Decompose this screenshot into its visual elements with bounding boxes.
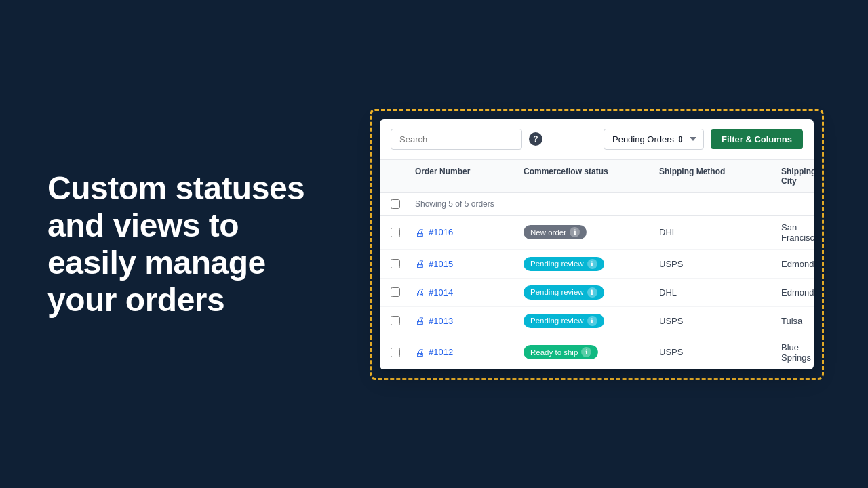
col-status: Commerceflow status (524, 167, 659, 186)
showing-text: Showing 5 of 5 orders (415, 199, 803, 209)
table-row: 🖨 #1012 Ready to ship ℹ USPS Blue Spring… (380, 336, 814, 369)
status-badge-1: Pending review ℹ (524, 257, 604, 271)
status-badge-2: Pending review ℹ (524, 285, 604, 300)
shipping-city-0: San Francisco (781, 222, 814, 243)
col-shipping-city: Shipping City (781, 167, 814, 186)
status-info-icon-0[interactable]: ℹ (570, 227, 580, 237)
status-cell-1: Pending review ℹ (524, 257, 659, 271)
left-panel: Custom statuses and views to easily mana… (0, 129, 353, 360)
right-panel: ? Pending Orders ⇕ Filter & Columns Orde… (353, 89, 868, 400)
pending-orders-select[interactable]: Pending Orders ⇕ (604, 129, 704, 150)
table-row: 🖨 #1016 New order ℹ DHL San Francisco (380, 216, 814, 250)
shipping-city-1: Edmond (781, 259, 814, 269)
hero-text: Custom statuses and views to easily mana… (47, 169, 312, 319)
table-row: 🖨 #1013 Pending review ℹ USPS Tulsa (380, 307, 814, 336)
status-info-icon-2[interactable]: ℹ (587, 287, 597, 298)
order-link-3[interactable]: 🖨 #1013 (415, 315, 524, 326)
shipping-method-3: USPS (659, 316, 781, 326)
toolbar: ? Pending Orders ⇕ Filter & Columns (380, 119, 814, 160)
order-id: #1015 (429, 259, 453, 269)
shipping-city-4: Blue Springs (781, 342, 811, 363)
order-id: #1012 (429, 347, 453, 357)
status-badge-3: Pending review ℹ (524, 314, 604, 328)
status-badge-4: Ready to ship ℹ (524, 345, 598, 359)
printer-icon: 🖨 (415, 227, 425, 238)
status-cell-3: Pending review ℹ (524, 314, 659, 328)
table-header: Order Number Commerceflow status Shippin… (380, 160, 814, 193)
status-cell-2: Pending review ℹ (524, 285, 659, 300)
filter-columns-button[interactable]: Filter & Columns (711, 129, 803, 149)
status-badge-0: New order ℹ (524, 225, 587, 239)
shipping-method-4: USPS (659, 347, 781, 357)
status-cell-0: New order ℹ (524, 225, 659, 239)
row-checkbox-4[interactable] (391, 348, 400, 357)
select-all-checkbox[interactable] (391, 199, 400, 209)
shipping-method-0: DHL (659, 227, 781, 237)
printer-icon: 🖨 (415, 287, 425, 298)
search-input[interactable] (391, 129, 522, 150)
status-cell-4: Ready to ship ℹ (524, 345, 659, 359)
status-info-icon-3[interactable]: ℹ (587, 316, 597, 326)
shipping-city-3: Tulsa (781, 316, 803, 326)
shipping-city-2: Edmond (781, 287, 814, 298)
printer-icon: 🖨 (415, 315, 425, 326)
table-row: 🖨 #1014 Pending review ℹ DHL Edmond (380, 279, 814, 307)
order-id: #1016 (429, 227, 453, 237)
order-id: #1013 (429, 316, 453, 326)
printer-icon: 🖨 (415, 258, 425, 269)
status-info-icon-1[interactable]: ℹ (587, 259, 597, 269)
status-info-icon-4[interactable]: ℹ (581, 347, 591, 357)
table-body: 🖨 #1016 New order ℹ DHL San Francisco 🖨 … (380, 216, 814, 369)
shipping-method-1: USPS (659, 259, 781, 269)
showing-row: Showing 5 of 5 orders (380, 193, 814, 216)
order-id: #1014 (429, 287, 453, 298)
row-checkbox-0[interactable] (391, 228, 400, 237)
help-icon[interactable]: ? (529, 132, 542, 146)
row-checkbox-1[interactable] (391, 259, 400, 268)
order-link-0[interactable]: 🖨 #1016 (415, 227, 524, 238)
col-shipping-method: Shipping Method (659, 167, 781, 186)
order-link-4[interactable]: 🖨 #1012 (415, 347, 524, 358)
row-checkbox-3[interactable] (391, 316, 400, 325)
table-row: 🖨 #1015 Pending review ℹ USPS Edmond (380, 250, 814, 279)
orders-card: ? Pending Orders ⇕ Filter & Columns Orde… (380, 119, 814, 369)
printer-icon: 🖨 (415, 347, 425, 358)
row-checkbox-2[interactable] (391, 287, 400, 297)
order-link-1[interactable]: 🖨 #1015 (415, 258, 524, 269)
dashed-border: ? Pending Orders ⇕ Filter & Columns Orde… (370, 109, 824, 380)
order-link-2[interactable]: 🖨 #1014 (415, 287, 524, 298)
col-order-number: Order Number (415, 167, 524, 186)
shipping-method-2: DHL (659, 287, 781, 298)
